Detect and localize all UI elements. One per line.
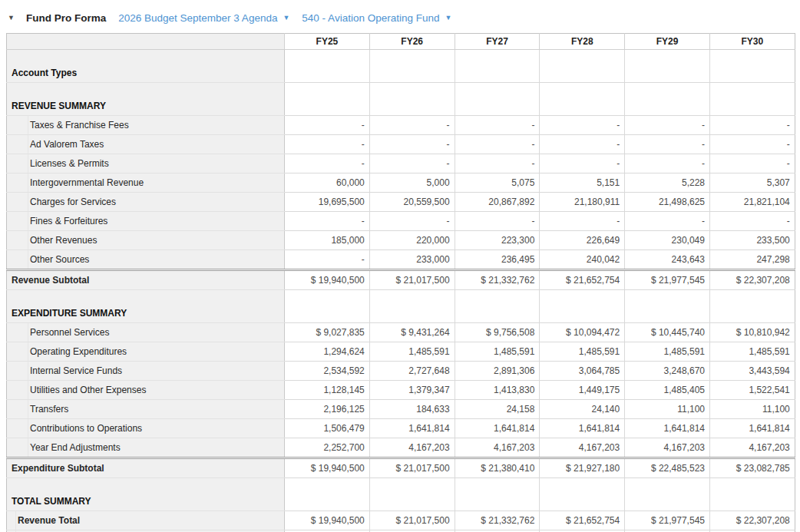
fund-dropdown[interactable]: 540 - Aviation Operating Fund ▼ <box>302 12 451 24</box>
row-label: Revenue Subtotal <box>7 270 285 290</box>
row-label: Charges for Services <box>7 193 285 212</box>
page-title: Fund Pro Forma <box>26 12 106 24</box>
cell-fy25 <box>285 50 370 83</box>
row-label: Operating Expenditures <box>7 342 285 362</box>
cell-fy27: - <box>455 154 540 173</box>
row-label: Utilities and Other Expenses <box>7 381 285 400</box>
cell-fy27: 1,413,830 <box>455 381 540 400</box>
cell-fy26: $ 21,017,500 <box>369 458 455 478</box>
column-header-fy25: FY25 <box>285 34 370 50</box>
row-label: Year End Adjustments <box>7 438 285 458</box>
cell-fy26: 1,379,347 <box>369 381 455 400</box>
cell-fy30: 4,167,203 <box>709 438 795 458</box>
cell-fy29: $ 22,485,523 <box>625 458 710 478</box>
cell-fy28: 5,151 <box>540 173 625 193</box>
cell-fy26: 4,167,203 <box>369 438 455 458</box>
table-row: Intergovernmental Revenue60,0005,0005,07… <box>7 173 795 193</box>
cell-fy30: - <box>709 116 795 135</box>
cell-fy25: $ 19,940,500 <box>285 458 370 478</box>
cell-fy27: 236,495 <box>455 250 540 270</box>
cell-fy25: 1,128,145 <box>285 381 370 400</box>
table-row: Internal Service Funds2,534,5922,727,648… <box>7 362 795 381</box>
cell-fy26: - <box>369 135 455 154</box>
row-label: Ad Valorem Taxes <box>7 135 285 154</box>
cell-fy28: 226,649 <box>540 231 625 250</box>
cell-fy25: 19,695,500 <box>285 193 370 212</box>
row-label: Licenses & Permits <box>7 154 285 173</box>
cell-fy25: - <box>285 250 370 270</box>
row-label: EXPENDITURE SUMMARY <box>7 290 285 323</box>
fund-dropdown-label: 540 - Aviation Operating Fund <box>302 12 439 24</box>
cell-fy29: - <box>625 212 710 231</box>
cell-fy26: 20,559,500 <box>369 193 455 212</box>
toolbar: ▼ Fund Pro Forma 2026 Budget September 3… <box>0 0 800 27</box>
table-row: Year End Adjustments2,252,7004,167,2034,… <box>7 438 795 458</box>
cell-fy28: $ 21,652,754 <box>540 270 625 290</box>
cell-fy28 <box>540 50 625 83</box>
table-row: Contributions to Operations1,506,4791,64… <box>7 419 795 438</box>
budget-dropdown[interactable]: 2026 Budget September 3 Agenda ▼ <box>118 12 289 24</box>
cell-fy27: 4,167,203 <box>455 438 540 458</box>
cell-fy30: 3,443,594 <box>709 362 795 381</box>
cell-fy29 <box>625 290 710 323</box>
cell-fy30: $ 22,307,208 <box>709 270 795 290</box>
cell-fy29: - <box>625 154 710 173</box>
cell-fy25: $ 9,027,835 <box>285 323 370 342</box>
row-label: TOTAL SUMMARY <box>7 478 285 511</box>
column-header-fy27: FY27 <box>455 34 540 50</box>
cell-fy29: 1,485,405 <box>625 381 710 400</box>
cell-fy25: - <box>285 135 370 154</box>
cell-fy25: $ 19,940,500 <box>285 511 370 530</box>
cell-fy25: $ 19,940,500 <box>285 270 370 290</box>
cell-fy28: - <box>540 135 625 154</box>
cell-fy30: - <box>709 212 795 231</box>
cell-fy25: - <box>285 154 370 173</box>
cell-fy29: 11,100 <box>625 400 710 419</box>
cell-fy30 <box>709 478 795 511</box>
cell-fy30: $ 23,082,785 <box>709 458 795 478</box>
column-header-fy26: FY26 <box>369 34 455 50</box>
cell-fy29: 4,167,203 <box>625 438 710 458</box>
cell-fy27 <box>455 478 540 511</box>
row-label: Revenue Total <box>7 511 285 530</box>
cell-fy28: - <box>540 212 625 231</box>
cell-fy27: 5,075 <box>455 173 540 193</box>
cell-fy28: 1,641,814 <box>540 419 625 438</box>
table-row: Charges for Services19,695,50020,559,500… <box>7 193 795 212</box>
cell-fy26: 1,641,814 <box>369 419 455 438</box>
cell-fy29 <box>625 50 710 83</box>
cell-fy28: 21,180,911 <box>540 193 625 212</box>
cell-fy26: $ 21,017,500 <box>369 270 455 290</box>
cell-fy28: - <box>540 116 625 135</box>
cell-fy27: 20,867,892 <box>455 193 540 212</box>
chevron-down-icon: ▼ <box>445 14 451 21</box>
cell-fy28 <box>540 290 625 323</box>
cell-fy25: 2,534,592 <box>285 362 370 381</box>
cell-fy25: 185,000 <box>285 231 370 250</box>
cell-fy26 <box>369 50 455 83</box>
row-label: Internal Service Funds <box>7 362 285 381</box>
table-row: Account Types <box>7 50 795 83</box>
cell-fy25: 2,196,125 <box>285 400 370 419</box>
cell-fy26: 233,000 <box>369 250 455 270</box>
cell-fy27 <box>455 50 540 83</box>
row-label: Expenditure Subtotal <box>7 458 285 478</box>
column-header-fy29: FY29 <box>625 34 710 50</box>
row-label: Contributions to Operations <box>7 419 285 438</box>
table-row: Utilities and Other Expenses1,128,1451,3… <box>7 381 795 400</box>
cell-fy27: $ 21,332,762 <box>455 270 540 290</box>
table-row: Operating Expenditures1,294,6241,485,591… <box>7 342 795 362</box>
cell-fy30: $ 10,810,942 <box>709 323 795 342</box>
cell-fy28: 1,485,591 <box>540 342 625 362</box>
cell-fy26: - <box>369 154 455 173</box>
cell-fy29: 21,498,625 <box>625 193 710 212</box>
cell-fy30: $ 22,307,208 <box>709 511 795 530</box>
cell-fy27: 1,485,591 <box>455 342 540 362</box>
table-row: Revenue Subtotal$ 19,940,500$ 21,017,500… <box>7 270 795 290</box>
cell-fy25 <box>285 290 370 323</box>
cell-fy26: 2,727,648 <box>369 362 455 381</box>
collapse-icon[interactable]: ▼ <box>8 14 26 21</box>
table-row: Other Sources-233,000236,495240,042243,6… <box>7 250 795 270</box>
cell-fy26: - <box>369 116 455 135</box>
table-row: Personnel Services$ 9,027,835$ 9,431,264… <box>7 323 795 342</box>
